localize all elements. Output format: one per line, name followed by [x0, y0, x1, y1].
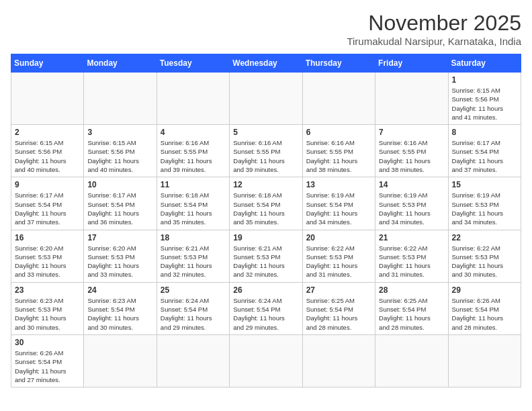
weekday-header-friday: Friday: [375, 54, 448, 73]
month-title: November 2025: [347, 11, 521, 36]
calendar-cell: 20Sunrise: 6:22 AM Sunset: 5:53 PM Dayli…: [302, 230, 375, 282]
calendar-cell: [375, 334, 448, 387]
day-number: 9: [15, 180, 80, 189]
calendar-cell: [157, 334, 229, 387]
calendar-cell: 11Sunrise: 6:18 AM Sunset: 5:54 PM Dayli…: [157, 177, 229, 230]
location-title: Tirumakudal Narsipur, Karnataka, India: [347, 36, 521, 47]
day-number: 17: [87, 233, 152, 242]
weekday-header-monday: Monday: [84, 54, 157, 73]
day-info: Sunrise: 6:17 AM Sunset: 5:54 PM Dayligh…: [87, 191, 152, 226]
day-info: Sunrise: 6:18 AM Sunset: 5:54 PM Dayligh…: [233, 191, 298, 226]
calendar-cell: 9Sunrise: 6:17 AM Sunset: 5:54 PM Daylig…: [11, 177, 84, 230]
calendar-cell: 22Sunrise: 6:22 AM Sunset: 5:53 PM Dayli…: [448, 230, 521, 282]
calendar-cell: 6Sunrise: 6:16 AM Sunset: 5:55 PM Daylig…: [302, 125, 375, 177]
calendar-week-4: 23Sunrise: 6:23 AM Sunset: 5:53 PM Dayli…: [11, 282, 521, 334]
day-info: Sunrise: 6:24 AM Sunset: 5:54 PM Dayligh…: [233, 296, 298, 332]
calendar-cell: [448, 334, 521, 387]
calendar-cell: 28Sunrise: 6:25 AM Sunset: 5:54 PM Dayli…: [375, 282, 448, 334]
day-info: Sunrise: 6:16 AM Sunset: 5:55 PM Dayligh…: [161, 138, 226, 174]
day-info: Sunrise: 6:21 AM Sunset: 5:53 PM Dayligh…: [233, 244, 298, 279]
day-number: 27: [306, 285, 371, 295]
calendar-cell: [230, 73, 302, 125]
day-info: Sunrise: 6:16 AM Sunset: 5:55 PM Dayligh…: [379, 138, 444, 174]
day-number: 8: [452, 128, 517, 137]
day-info: Sunrise: 6:19 AM Sunset: 5:54 PM Dayligh…: [306, 191, 371, 226]
day-info: Sunrise: 6:23 AM Sunset: 5:54 PM Dayligh…: [87, 296, 152, 332]
title-area: November 2025 Tirumakudal Narsipur, Karn…: [347, 11, 521, 47]
day-number: 1: [452, 75, 517, 85]
header: General Blue November 2025 Tirumakudal N…: [11, 11, 521, 47]
calendar-cell: [11, 73, 84, 125]
day-info: Sunrise: 6:22 AM Sunset: 5:53 PM Dayligh…: [306, 244, 371, 279]
calendar-cell: 2Sunrise: 6:15 AM Sunset: 5:56 PM Daylig…: [11, 125, 84, 177]
day-number: 23: [15, 285, 80, 295]
day-number: 12: [233, 180, 298, 189]
day-info: Sunrise: 6:18 AM Sunset: 5:54 PM Dayligh…: [161, 191, 226, 226]
day-number: 22: [452, 233, 517, 242]
calendar-cell: 3Sunrise: 6:15 AM Sunset: 5:56 PM Daylig…: [84, 125, 157, 177]
calendar-cell: [230, 334, 302, 387]
day-number: 25: [161, 285, 226, 295]
calendar-cell: 27Sunrise: 6:25 AM Sunset: 5:54 PM Dayli…: [302, 282, 375, 334]
calendar-cell: 19Sunrise: 6:21 AM Sunset: 5:53 PM Dayli…: [230, 230, 302, 282]
calendar-cell: 4Sunrise: 6:16 AM Sunset: 5:55 PM Daylig…: [157, 125, 229, 177]
weekday-header-sunday: Sunday: [11, 54, 84, 73]
calendar-cell: 1Sunrise: 6:15 AM Sunset: 5:56 PM Daylig…: [448, 73, 521, 125]
day-info: Sunrise: 6:17 AM Sunset: 5:54 PM Dayligh…: [452, 138, 517, 174]
day-info: Sunrise: 6:19 AM Sunset: 5:53 PM Dayligh…: [452, 191, 517, 226]
calendar-cell: 12Sunrise: 6:18 AM Sunset: 5:54 PM Dayli…: [230, 177, 302, 230]
calendar-cell: [84, 334, 157, 387]
day-info: Sunrise: 6:26 AM Sunset: 5:54 PM Dayligh…: [452, 296, 517, 332]
calendar-week-3: 16Sunrise: 6:20 AM Sunset: 5:53 PM Dayli…: [11, 230, 521, 282]
calendar-cell: 8Sunrise: 6:17 AM Sunset: 5:54 PM Daylig…: [448, 125, 521, 177]
weekday-header-thursday: Thursday: [302, 54, 375, 73]
day-number: 6: [306, 128, 371, 137]
day-number: 19: [233, 233, 298, 242]
calendar-cell: 17Sunrise: 6:20 AM Sunset: 5:53 PM Dayli…: [84, 230, 157, 282]
day-number: 16: [15, 233, 80, 242]
calendar-cell: 10Sunrise: 6:17 AM Sunset: 5:54 PM Dayli…: [84, 177, 157, 230]
day-number: 18: [161, 233, 226, 242]
calendar-cell: 18Sunrise: 6:21 AM Sunset: 5:53 PM Dayli…: [157, 230, 229, 282]
day-info: Sunrise: 6:22 AM Sunset: 5:53 PM Dayligh…: [452, 244, 517, 279]
day-info: Sunrise: 6:15 AM Sunset: 5:56 PM Dayligh…: [452, 86, 517, 122]
calendar-cell: 26Sunrise: 6:24 AM Sunset: 5:54 PM Dayli…: [230, 282, 302, 334]
day-info: Sunrise: 6:25 AM Sunset: 5:54 PM Dayligh…: [306, 296, 371, 332]
calendar-cell: 23Sunrise: 6:23 AM Sunset: 5:53 PM Dayli…: [11, 282, 84, 334]
calendar-cell: 7Sunrise: 6:16 AM Sunset: 5:55 PM Daylig…: [375, 125, 448, 177]
day-info: Sunrise: 6:16 AM Sunset: 5:55 PM Dayligh…: [306, 138, 371, 174]
calendar-week-2: 9Sunrise: 6:17 AM Sunset: 5:54 PM Daylig…: [11, 177, 521, 230]
day-info: Sunrise: 6:21 AM Sunset: 5:53 PM Dayligh…: [161, 244, 226, 279]
weekday-header-row: SundayMondayTuesdayWednesdayThursdayFrid…: [11, 54, 521, 73]
calendar-cell: [375, 73, 448, 125]
calendar-cell: [302, 73, 375, 125]
day-number: 3: [87, 128, 152, 137]
calendar: SundayMondayTuesdayWednesdayThursdayFrid…: [11, 54, 521, 387]
day-number: 24: [87, 285, 152, 295]
calendar-cell: 25Sunrise: 6:24 AM Sunset: 5:54 PM Dayli…: [157, 282, 229, 334]
day-number: 5: [233, 128, 298, 137]
calendar-cell: 5Sunrise: 6:16 AM Sunset: 5:55 PM Daylig…: [230, 125, 302, 177]
day-info: Sunrise: 6:24 AM Sunset: 5:54 PM Dayligh…: [161, 296, 226, 332]
day-number: 13: [306, 180, 371, 189]
day-info: Sunrise: 6:22 AM Sunset: 5:53 PM Dayligh…: [379, 244, 444, 279]
day-info: Sunrise: 6:15 AM Sunset: 5:56 PM Dayligh…: [15, 138, 80, 174]
day-number: 14: [379, 180, 444, 189]
calendar-week-5: 30Sunrise: 6:26 AM Sunset: 5:54 PM Dayli…: [11, 334, 521, 387]
day-number: 29: [452, 285, 517, 295]
calendar-cell: 24Sunrise: 6:23 AM Sunset: 5:54 PM Dayli…: [84, 282, 157, 334]
calendar-cell: 15Sunrise: 6:19 AM Sunset: 5:53 PM Dayli…: [448, 177, 521, 230]
calendar-cell: 21Sunrise: 6:22 AM Sunset: 5:53 PM Dayli…: [375, 230, 448, 282]
calendar-cell: [157, 73, 229, 125]
day-number: 28: [379, 285, 444, 295]
day-number: 7: [379, 128, 444, 137]
calendar-cell: 16Sunrise: 6:20 AM Sunset: 5:53 PM Dayli…: [11, 230, 84, 282]
day-number: 4: [161, 128, 226, 137]
day-number: 20: [306, 233, 371, 242]
day-info: Sunrise: 6:20 AM Sunset: 5:53 PM Dayligh…: [87, 244, 152, 279]
day-info: Sunrise: 6:23 AM Sunset: 5:53 PM Dayligh…: [15, 296, 80, 332]
day-info: Sunrise: 6:17 AM Sunset: 5:54 PM Dayligh…: [15, 191, 80, 226]
day-info: Sunrise: 6:25 AM Sunset: 5:54 PM Dayligh…: [379, 296, 444, 332]
day-number: 10: [87, 180, 152, 189]
calendar-week-0: 1Sunrise: 6:15 AM Sunset: 5:56 PM Daylig…: [11, 73, 521, 125]
